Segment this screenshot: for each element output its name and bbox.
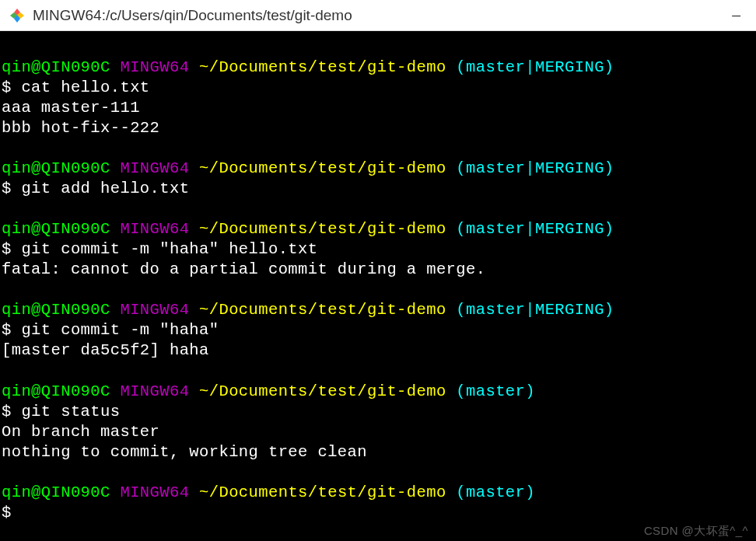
command-line: $ git status <box>2 402 754 422</box>
command-line: $ git commit -m "haha" hello.txt <box>2 239 754 260</box>
command-text: git add hello.txt <box>21 180 189 197</box>
prompt-path: ~/Documents/test/git-demo <box>199 301 446 319</box>
output-line: fatal: cannot do a partial commit during… <box>2 260 754 280</box>
output-line: [master da5c5f2] haha <box>2 340 754 361</box>
prompt-user: qin@QIN090C <box>2 301 110 319</box>
window-controls: — <box>726 8 747 23</box>
prompt-env: MINGW64 <box>120 220 189 238</box>
prompt-env: MINGW64 <box>120 301 189 319</box>
prompt-path: ~/Documents/test/git-demo <box>199 483 446 501</box>
command-line: $ <box>2 503 754 523</box>
blank-line <box>2 462 754 483</box>
prompt-line: qin@QIN090C MINGW64 ~/Documents/test/git… <box>2 159 754 179</box>
prompt-symbol: $ <box>2 180 12 197</box>
blank-line <box>2 361 754 382</box>
command-line: $ cat hello.txt <box>2 78 754 98</box>
output-line: On branch master <box>2 422 754 442</box>
prompt-path: ~/Documents/test/git-demo <box>199 382 446 400</box>
prompt-symbol: $ <box>2 240 12 258</box>
prompt-line: qin@QIN090C MINGW64 ~/Documents/test/git… <box>2 300 754 320</box>
prompt-branch: (master) <box>456 382 535 400</box>
prompt-user: qin@QIN090C <box>2 58 110 76</box>
terminal-area[interactable]: CSDN @大坏蛋^_^ qin@QIN090C MINGW64 ~/Docum… <box>0 31 756 541</box>
blank-line <box>2 37 754 58</box>
prompt-symbol: $ <box>2 321 12 339</box>
prompt-line: qin@QIN090C MINGW64 ~/Documents/test/git… <box>2 382 754 402</box>
prompt-line: qin@QIN090C MINGW64 ~/Documents/test/git… <box>2 483 754 503</box>
minimize-button[interactable]: — <box>726 8 747 23</box>
prompt-env: MINGW64 <box>120 159 189 177</box>
prompt-branch: (master) <box>456 483 535 501</box>
blank-line <box>2 199 754 219</box>
prompt-line: qin@QIN090C MINGW64 ~/Documents/test/git… <box>2 58 754 78</box>
prompt-path: ~/Documents/test/git-demo <box>199 220 446 238</box>
command-text: git commit -m "haha" hello.txt <box>21 240 317 258</box>
prompt-env: MINGW64 <box>120 382 189 400</box>
output-line: nothing to commit, working tree clean <box>2 442 754 462</box>
window-titlebar: MINGW64:/c/Users/qin/Documents/test/git-… <box>0 0 756 31</box>
prompt-user: qin@QIN090C <box>2 220 110 238</box>
prompt-symbol: $ <box>2 79 12 96</box>
prompt-user: qin@QIN090C <box>2 159 110 177</box>
prompt-line: qin@QIN090C MINGW64 ~/Documents/test/git… <box>2 219 754 239</box>
prompt-user: qin@QIN090C <box>2 382 110 400</box>
prompt-branch: (master|MERGING) <box>456 58 614 76</box>
prompt-symbol: $ <box>2 403 12 421</box>
prompt-path: ~/Documents/test/git-demo <box>199 159 446 177</box>
prompt-branch: (master|MERGING) <box>456 159 614 177</box>
command-text: cat hello.txt <box>21 79 149 96</box>
blank-line <box>2 138 754 159</box>
output-line: aaa master-111 <box>2 98 754 118</box>
prompt-branch: (master|MERGING) <box>456 220 614 238</box>
command-text: git status <box>21 403 120 421</box>
command-text: git commit -m "haha" <box>21 321 219 339</box>
prompt-branch: (master|MERGING) <box>456 301 614 319</box>
window-title: MINGW64:/c/Users/qin/Documents/test/git-… <box>33 7 726 24</box>
prompt-env: MINGW64 <box>120 58 189 76</box>
prompt-env: MINGW64 <box>120 483 189 501</box>
watermark: CSDN @大坏蛋^_^ <box>644 523 748 538</box>
prompt-path: ~/Documents/test/git-demo <box>199 58 446 76</box>
command-line: $ git add hello.txt <box>2 179 754 199</box>
command-line: $ git commit -m "haha" <box>2 320 754 340</box>
blank-line <box>2 280 754 300</box>
app-icon <box>9 8 25 23</box>
prompt-symbol: $ <box>2 504 12 522</box>
output-line: bbb hot-fix--222 <box>2 118 754 138</box>
prompt-user: qin@QIN090C <box>2 483 110 501</box>
